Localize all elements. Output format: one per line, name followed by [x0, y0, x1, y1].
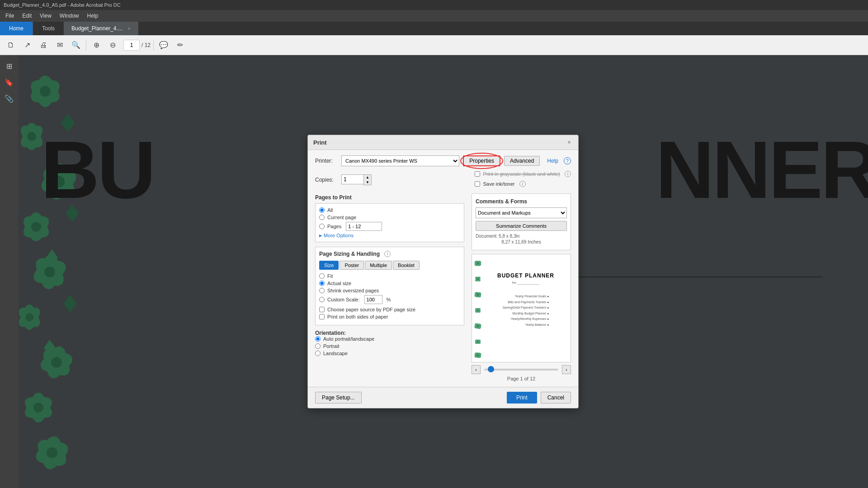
preview-thumb[interactable] — [488, 366, 494, 372]
toolbar-divider-1 — [86, 40, 86, 51]
orientation-title: Orientation: — [315, 330, 346, 336]
radio-custom-input[interactable] — [319, 297, 325, 302]
preview-title: BUDGET PLANNER — [497, 272, 554, 279]
tab-size[interactable]: Size — [319, 261, 339, 270]
summarize-comments-btn[interactable]: Summarize Comments — [476, 221, 567, 231]
toolbar-comment[interactable]: 💬 — [156, 38, 171, 52]
radio-portrait-label: Portrait — [323, 343, 339, 349]
radio-portrait-input[interactable] — [315, 343, 321, 349]
print-both-sides-checkbox[interactable] — [319, 314, 325, 319]
custom-scale-input[interactable] — [364, 295, 382, 304]
preview-floral-svg — [474, 254, 482, 362]
radio-shrink: Shrink oversized pages — [319, 288, 460, 293]
menu-edit[interactable]: Edit — [19, 12, 35, 20]
tab-home[interactable]: Home — [0, 22, 33, 35]
copies-row: Copies: ▲ ▼ Print in grayscale (black an… — [315, 171, 571, 189]
tab-multiple[interactable]: Multiple — [365, 261, 392, 270]
menu-window[interactable]: Window — [56, 12, 83, 20]
sizing-header: Page Sizing & Handling i — [319, 251, 460, 257]
page-setup-btn[interactable]: Page Setup... — [315, 392, 362, 404]
pages-section: All Current page Pages — [315, 203, 464, 242]
save-ink-info-icon[interactable]: i — [519, 181, 526, 187]
footer-right: Print Cancel — [507, 392, 571, 404]
dialog-left: Pages to Print All Current page — [315, 193, 464, 381]
toolbar-new[interactable]: 🗋 — [4, 38, 18, 52]
comments-section: Comments & Forms Document and Markups Su… — [472, 193, 571, 250]
toolbar: 🗋 ↗ 🖨 ✉ 🔍 ⊕ ⊖ / 12 💬 ✏ — [0, 35, 868, 55]
feature-3: Saving/Debt Payment Trackers ● — [503, 305, 549, 311]
feature-4: Monthly Budget Planner ● — [503, 311, 549, 317]
main-content: BU NNER Print × Printer: Canon MX490 ser… — [18, 55, 868, 488]
radio-pages-label: Pages — [327, 224, 341, 229]
properties-button[interactable]: Properties — [463, 155, 500, 166]
tab-booklet[interactable]: Booklet — [393, 261, 420, 270]
sidebar-attachments[interactable]: 📎 — [2, 91, 16, 106]
tab-document[interactable]: Budget_Planner_4.... × — [64, 22, 138, 35]
svg-point-50 — [476, 325, 479, 328]
radio-landscape-input[interactable] — [315, 351, 321, 356]
radio-current-input[interactable] — [319, 215, 325, 220]
spin-down[interactable]: ▼ — [364, 180, 371, 185]
save-ink-checkbox[interactable] — [475, 181, 480, 187]
spin-up[interactable]: ▲ — [364, 175, 371, 180]
tab-close[interactable]: × — [128, 26, 131, 31]
toolbar-open[interactable]: ↗ — [20, 38, 34, 52]
grayscale-option: Print in grayscale (black and white) i — [475, 171, 571, 177]
pages-range-input[interactable] — [346, 222, 382, 231]
radio-actual-input[interactable] — [319, 281, 325, 286]
doc-info: Document: 5,8 x 8,3in — [476, 234, 567, 239]
menu-help[interactable]: Help — [84, 12, 102, 20]
page-total: / 12 — [142, 42, 151, 48]
toolbar-next-page[interactable]: ⊖ — [105, 38, 120, 52]
preview-prev-btn[interactable]: ‹ — [472, 365, 481, 374]
preview-nav: ‹ › — [472, 365, 571, 374]
toolbar-divider-2 — [153, 40, 154, 51]
radio-fit-input[interactable] — [319, 273, 325, 279]
toolbar-print[interactable]: 🖨 — [36, 38, 51, 52]
copies-input[interactable] — [341, 174, 364, 184]
radio-all-input[interactable] — [319, 207, 325, 213]
radio-portrait: Portrait — [315, 343, 464, 349]
radio-auto-orient-input[interactable] — [315, 336, 321, 342]
toolbar-email[interactable]: ✉ — [52, 38, 67, 52]
choose-paper-checkbox[interactable] — [319, 307, 325, 312]
grayscale-checkbox[interactable] — [475, 171, 480, 177]
radio-fit: Fit — [319, 273, 460, 279]
menu-bar: File Edit View Window Help — [0, 10, 868, 22]
svg-point-38 — [476, 262, 479, 265]
preview-next-btn[interactable]: › — [562, 365, 571, 374]
help-icon[interactable]: ? — [564, 157, 571, 164]
cancel-btn[interactable]: Cancel — [541, 392, 571, 404]
more-options[interactable]: ▶ More Options — [319, 233, 460, 238]
sizing-info-icon[interactable]: i — [384, 251, 391, 257]
triangle-icon: ▶ — [319, 234, 322, 238]
menu-file[interactable]: File — [2, 12, 18, 20]
radio-pages-input[interactable] — [319, 224, 325, 229]
toolbar-prev-page[interactable]: ⊕ — [89, 38, 104, 52]
printer-select[interactable]: Canon MX490 series Printer WS — [341, 155, 459, 166]
radio-shrink-input[interactable] — [319, 288, 325, 293]
print-btn[interactable]: Print — [507, 392, 537, 404]
radio-custom: Custom Scale: % — [319, 295, 460, 304]
tab-poster[interactable]: Poster — [340, 261, 364, 270]
toolbar-edit[interactable]: ✏ — [173, 38, 187, 52]
title-bar: Budget_Planner_4.0_A5.pdf - Adobe Acroba… — [0, 0, 868, 10]
dialog-close-btn[interactable]: × — [566, 139, 573, 146]
radio-current: Current page — [319, 215, 460, 220]
help-link[interactable]: Help — [547, 158, 558, 164]
sidebar-pages[interactable]: ⊞ — [2, 59, 16, 73]
comments-select[interactable]: Document and Markups — [476, 207, 567, 218]
print-both-sides-label: Print on both sides of paper — [327, 314, 388, 319]
printer-label: Printer: — [315, 158, 338, 164]
dialog-right: Comments & Forms Document and Markups Su… — [472, 193, 571, 381]
tab-tools[interactable]: Tools — [33, 22, 64, 35]
preview-slider[interactable] — [484, 369, 558, 371]
preview-subtitle: for ___________ — [512, 281, 540, 285]
grayscale-info-icon[interactable]: i — [565, 171, 571, 177]
toolbar-search[interactable]: 🔍 — [69, 38, 83, 52]
pdf-preview-content: BUDGET PLANNER for ___________ Yearly Fi… — [472, 254, 571, 362]
advanced-button[interactable]: Advanced — [504, 156, 540, 166]
sidebar-bookmarks[interactable]: 🔖 — [2, 75, 16, 89]
menu-view[interactable]: View — [36, 12, 55, 20]
page-input[interactable] — [123, 40, 140, 51]
